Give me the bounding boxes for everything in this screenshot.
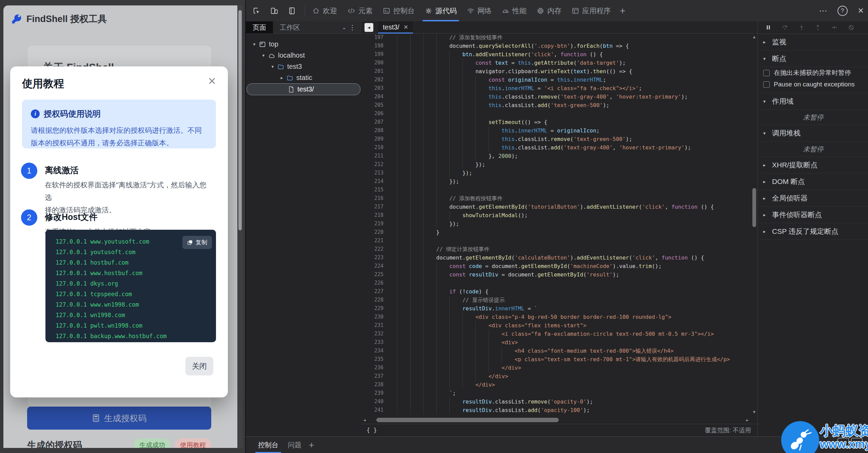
line-number[interactable]: 240 (361, 397, 389, 406)
tab-console[interactable]: 控制台 (378, 0, 420, 21)
line-number[interactable]: 213 (361, 169, 389, 177)
scroll-left-icon[interactable]: ◂ (361, 417, 368, 423)
tree-item-folder[interactable]: ▸static (246, 72, 361, 83)
tree-item-cloud[interactable]: ▾localhost (246, 50, 361, 61)
line-number[interactable]: 203 (361, 84, 389, 92)
line-number[interactable]: 197 (361, 33, 389, 42)
checkbox[interactable] (763, 81, 770, 88)
tab-memory[interactable]: 内存 (532, 0, 567, 21)
section-header-3[interactable]: ▾调用堆栈 (758, 125, 868, 142)
tab-network[interactable]: 网络 (462, 0, 497, 21)
line-number[interactable]: 211 (361, 152, 389, 160)
line-number[interactable]: 206 (361, 109, 389, 118)
line-number[interactable]: 200 (361, 59, 389, 67)
tab-workspace[interactable]: 工作区 (273, 21, 307, 34)
line-number[interactable]: 216 (361, 194, 389, 203)
line-number[interactable]: 224 (361, 262, 389, 270)
tab-application[interactable]: 应用程序 (567, 0, 616, 21)
line-number[interactable]: 225 (361, 270, 389, 279)
copy-button[interactable]: 复制 (182, 236, 212, 249)
line-number[interactable]: 212 (361, 160, 389, 169)
page-scrollbar[interactable] (237, 5, 243, 448)
line-number[interactable]: 221 (361, 236, 389, 245)
tab-page[interactable]: 页面 (246, 21, 273, 34)
line-number[interactable]: 207 (361, 118, 389, 126)
line-number[interactable]: 214 (361, 177, 389, 186)
editor-tab[interactable]: test3/ ✕ (378, 21, 413, 33)
drawer-add-tab-icon[interactable]: + (309, 440, 314, 450)
line-number[interactable]: 233 (361, 338, 389, 347)
chevron-down-icon[interactable]: ▾ (251, 42, 258, 47)
deactivate-breakpoints-icon[interactable] (848, 24, 854, 31)
line-number[interactable]: 231 (361, 321, 389, 330)
page-scrollbar-thumb[interactable] (238, 10, 242, 230)
tutorial-badge[interactable]: 使用教程 (175, 438, 211, 448)
breakpoint-checkbox-row[interactable]: 在抛出未捕获的异常时暂停 (758, 67, 868, 79)
line-number[interactable]: 210 (361, 143, 389, 152)
scroll-right-icon[interactable]: ▸ (744, 417, 751, 423)
line-number[interactable]: 215 (361, 186, 389, 194)
line-number[interactable]: 201 (361, 67, 389, 76)
close-icon[interactable]: ✕ (208, 75, 216, 87)
horizontal-scrollbar-thumb[interactable] (376, 418, 559, 422)
devtools-close-icon[interactable]: ✕ (858, 6, 864, 15)
line-number[interactable]: 230 (361, 313, 389, 321)
help-icon[interactable]: ? (837, 6, 848, 16)
chevron-down-icon[interactable]: ⌄ (342, 21, 346, 34)
tree-item-folder[interactable]: ▾test3 (246, 61, 361, 72)
more-menu-icon[interactable]: ⋯ (819, 6, 827, 16)
line-number[interactable]: 217 (361, 203, 389, 211)
tab-elements[interactable]: 元素 (342, 0, 378, 21)
horizontal-scrollbar[interactable]: ◂ ▸ (361, 416, 751, 424)
pretty-print-button[interactable]: { } (361, 427, 377, 434)
line-number[interactable]: 202 (361, 76, 389, 84)
device-toolbar-icon[interactable] (270, 7, 278, 15)
line-number[interactable]: 218 (361, 211, 389, 220)
vertical-scrollbar-thumb[interactable] (752, 188, 756, 227)
line-number[interactable]: 232 (361, 330, 389, 338)
line-number[interactable]: 223 (361, 253, 389, 262)
line-number[interactable]: 235 (361, 355, 389, 364)
line-number[interactable]: 199 (361, 50, 389, 59)
line-number[interactable]: 236 (361, 364, 389, 372)
kebab-menu-icon[interactable]: ⋮ (349, 21, 356, 34)
line-number[interactable]: 219 (361, 220, 389, 228)
line-number[interactable]: 241 (361, 406, 389, 414)
tab-sources[interactable]: 源代码 (420, 0, 462, 21)
drawer-tab-console[interactable]: 控制台 (253, 437, 283, 453)
line-number[interactable]: 204 (361, 92, 389, 101)
line-number[interactable]: 237 (361, 372, 389, 380)
step-icon[interactable] (831, 24, 838, 30)
panel-layout-icon[interactable] (288, 7, 296, 15)
vertical-scrollbar[interactable]: ▲ ▼ (751, 33, 758, 416)
step-into-icon[interactable] (798, 24, 805, 30)
step-over-icon[interactable] (782, 24, 788, 30)
section-header-0[interactable]: ▸监视 (758, 34, 868, 50)
line-number[interactable]: 229 (361, 304, 389, 313)
scroll-down-icon[interactable]: ▼ (751, 410, 758, 414)
line-number[interactable]: 198 (361, 42, 389, 50)
line-number[interactable]: 228 (361, 296, 389, 304)
section-header-4[interactable]: ▸XHR/提取断点 (758, 157, 868, 173)
chevron-down-icon[interactable]: ▾ (260, 53, 267, 58)
line-number[interactable]: 239 (361, 389, 389, 397)
close-tab-icon[interactable]: ✕ (403, 24, 408, 31)
pause-icon[interactable] (765, 24, 771, 30)
tree-item-frame[interactable]: ▾top (246, 39, 361, 50)
drawer-tab-issues[interactable]: 问题 (283, 437, 306, 453)
section-header-6[interactable]: ▸全局侦听器 (758, 190, 868, 207)
section-header-2[interactable]: ▾作用域 (758, 93, 868, 110)
tab-home[interactable]: 欢迎 (307, 0, 342, 21)
line-number[interactable]: 205 (361, 101, 389, 109)
collapse-navigator-icon[interactable]: ◂ (364, 23, 373, 32)
tab-performance[interactable]: 性能 (497, 0, 532, 21)
line-number[interactable]: 234 (361, 347, 389, 355)
add-tab-button[interactable]: + (616, 5, 629, 16)
generate-license-button[interactable]: 生成授权码 (27, 407, 211, 430)
inspect-icon[interactable] (253, 7, 261, 15)
checkbox[interactable] (763, 70, 770, 76)
chevron-down-icon[interactable]: ▾ (269, 64, 276, 69)
scroll-up-icon[interactable]: ▲ (751, 35, 758, 39)
breakpoint-checkbox-row[interactable]: Pause on caught exceptions (758, 79, 868, 90)
line-number[interactable]: 238 (361, 380, 389, 389)
